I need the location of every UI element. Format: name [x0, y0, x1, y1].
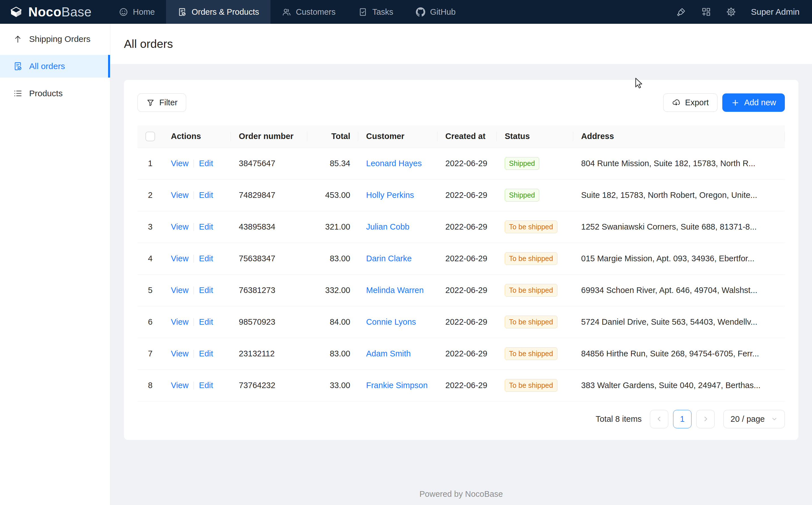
prev-page-button[interactable] — [650, 410, 668, 428]
cell-actions: ViewEdit — [163, 179, 231, 211]
view-link[interactable]: View — [171, 317, 189, 326]
edit-link[interactable]: Edit — [199, 381, 213, 390]
sidebar-item-all-orders[interactable]: All orders — [0, 55, 110, 77]
cell-row-index: 5 — [138, 274, 163, 306]
select-all-checkbox[interactable] — [146, 132, 155, 141]
table-row: 8ViewEdit7376423233.00Frankie Simpson202… — [138, 369, 785, 401]
nav-menu: HomeOrders & ProductsCustomersTasksGitHu… — [107, 0, 467, 24]
list-icon — [13, 89, 23, 98]
view-link[interactable]: View — [171, 349, 189, 358]
view-link[interactable]: View — [171, 190, 189, 200]
filter-button[interactable]: Filter — [138, 94, 186, 112]
cell-status: To be shipped — [497, 274, 573, 306]
cell-address: 69934 Schoen River, Apt. 646, 49704, Wal… — [573, 274, 785, 306]
customer-link[interactable]: Darin Clarke — [366, 254, 412, 263]
status-badge: To be shipped — [505, 252, 557, 265]
action-divider — [194, 287, 194, 294]
action-divider — [194, 318, 194, 326]
edit-link[interactable]: Edit — [199, 317, 213, 326]
edit-link[interactable]: Edit — [199, 222, 213, 231]
sidebar-item-products[interactable]: Products — [0, 82, 110, 105]
status-badge: Shipped — [505, 189, 539, 201]
edit-link[interactable]: Edit — [199, 159, 213, 168]
status-badge: To be shipped — [505, 316, 557, 328]
cell-created-at: 2022-06-29 — [438, 306, 497, 338]
edit-link[interactable]: Edit — [199, 286, 213, 295]
cell-row-index: 4 — [138, 242, 163, 274]
view-link[interactable]: View — [171, 381, 189, 390]
page-size-value: 20 / page — [731, 414, 765, 424]
nav-item-home[interactable]: Home — [107, 0, 166, 24]
orders-icon — [178, 7, 187, 17]
table-row: 4ViewEdit7563834783.00Darin Clarke2022-0… — [138, 242, 785, 274]
cell-row-index: 1 — [138, 148, 163, 179]
nocobase-logo[interactable]: NocoBase — [0, 0, 107, 24]
status-badge: To be shipped — [505, 220, 557, 233]
customer-link[interactable]: Melinda Warren — [366, 286, 424, 295]
column-order-number: Order number — [231, 125, 307, 148]
customer-link[interactable]: Julian Cobb — [366, 222, 410, 231]
view-link[interactable]: View — [171, 222, 189, 231]
blocks-icon[interactable] — [701, 7, 711, 17]
cube-logo-icon — [8, 4, 24, 19]
nav-item-customers[interactable]: Customers — [270, 0, 347, 24]
customer-link[interactable]: Frankie Simpson — [366, 381, 428, 390]
cell-order-number: 43895834 — [231, 211, 307, 242]
table-row: 5ViewEdit76381273332.00Melinda Warren202… — [138, 274, 785, 306]
sidebar-item-shipping-orders[interactable]: Shipping Orders — [0, 28, 110, 50]
nav-item-orders-products[interactable]: Orders & Products — [166, 0, 270, 24]
cell-customer: Connie Lyons — [358, 306, 438, 338]
cell-customer: Adam Smith — [358, 338, 438, 369]
cell-status: To be shipped — [497, 242, 573, 274]
cell-status: Shipped — [497, 179, 573, 211]
view-link[interactable]: View — [171, 159, 189, 168]
edit-link[interactable]: Edit — [199, 254, 213, 263]
cell-actions: ViewEdit — [163, 306, 231, 338]
team-icon — [282, 7, 291, 17]
cell-created-at: 2022-06-29 — [438, 211, 497, 242]
export-button[interactable]: Export — [663, 94, 718, 112]
logo-text: NocoBase — [28, 5, 92, 18]
table-row: 6ViewEdit9857092384.00Connie Lyons2022-0… — [138, 306, 785, 338]
cell-row-index: 7 — [138, 338, 163, 369]
action-divider — [194, 223, 194, 231]
pagination-total: Total 8 items — [595, 414, 642, 424]
page-number-button[interactable]: 1 — [673, 410, 692, 428]
view-link[interactable]: View — [171, 286, 189, 295]
highlight-icon[interactable] — [676, 7, 687, 17]
cell-created-at: 2022-06-29 — [438, 274, 497, 306]
customer-link[interactable]: Connie Lyons — [366, 317, 416, 326]
edit-link[interactable]: Edit — [199, 190, 213, 200]
page-size-select[interactable]: 20 / page — [724, 410, 785, 428]
current-user[interactable]: Super Admin — [751, 7, 800, 17]
customer-link[interactable]: Adam Smith — [366, 349, 411, 358]
gear-icon[interactable] — [726, 7, 736, 17]
action-divider — [194, 255, 194, 263]
edit-link[interactable]: Edit — [199, 349, 213, 358]
table-row: 7ViewEdit2313211283.00Adam Smith2022-06-… — [138, 338, 785, 369]
customer-link[interactable]: Holly Perkins — [366, 190, 414, 200]
table-header-row: ActionsOrder numberTotalCustomerCreated … — [138, 125, 785, 148]
column-customer: Customer — [358, 125, 438, 148]
github-icon — [416, 7, 425, 17]
nav-right: Super Admin — [676, 0, 812, 24]
cell-status: Shipped — [497, 148, 573, 179]
orders-table: ActionsOrder numberTotalCustomerCreated … — [138, 125, 785, 401]
cell-address: Suite 182, 15783, North Robert, Oregon, … — [573, 179, 785, 211]
powered-by-footer: Powered by NocoBase — [110, 489, 812, 499]
nav-item-github[interactable]: GitHub — [404, 0, 467, 24]
action-divider — [194, 381, 194, 389]
smile-icon — [119, 7, 128, 17]
cell-address: 1252 Swaniawski Corners, Suite 688, 8137… — [573, 211, 785, 242]
add-new-button[interactable]: Add new — [722, 94, 785, 112]
nav-item-tasks[interactable]: Tasks — [347, 0, 404, 24]
next-page-button[interactable] — [696, 410, 715, 428]
customer-link[interactable]: Leonard Hayes — [366, 159, 422, 168]
table-row: 1ViewEdit3847564785.34Leonard Hayes2022-… — [138, 148, 785, 179]
cell-order-number: 38475647 — [231, 148, 307, 179]
top-nav: NocoBase HomeOrders & ProductsCustomersT… — [0, 0, 812, 24]
cell-created-at: 2022-06-29 — [438, 148, 497, 179]
cell-address: 804 Runte Mission, Suite 182, 15783, Nor… — [573, 148, 785, 179]
view-link[interactable]: View — [171, 254, 189, 263]
chevron-down-icon — [771, 415, 778, 423]
